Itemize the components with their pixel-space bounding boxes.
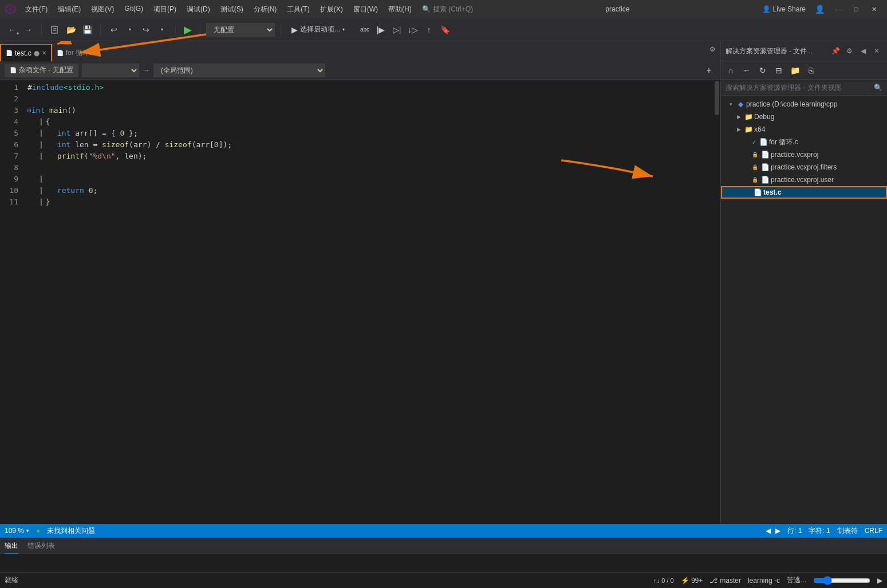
solution-settings-btn[interactable]: ⚙ (843, 45, 855, 57)
new-project-button[interactable] (48, 22, 62, 37)
char-item[interactable]: 字符: 1 (809, 526, 830, 536)
ready-status: 就绪 (5, 575, 18, 585)
debug-btn3[interactable]: ↓▷ (405, 22, 420, 37)
branch-item[interactable]: ⎇ master (709, 577, 741, 585)
open-button[interactable]: 📂 (64, 22, 78, 37)
file-icon-test-c: 📄 (753, 188, 762, 197)
sol-back-btn[interactable]: ← (739, 63, 754, 78)
tab-for-c[interactable]: 📄 for 循环.c (52, 44, 100, 61)
title-bar-left: 文件(F) 编辑(E) 视图(V) Git(G) 项目(P) 调试(D) 测试(… (5, 2, 478, 17)
menu-debug[interactable]: 调试(D) (182, 2, 215, 17)
scrollbar-thumb[interactable] (715, 81, 719, 115)
menu-file[interactable]: 文件(F) (21, 2, 52, 17)
bookmark-btn[interactable]: 🔖 (437, 22, 452, 37)
horizontal-scroll[interactable] (813, 578, 870, 583)
minimize-button[interactable]: — (830, 3, 846, 15)
sol-collapse-btn[interactable]: ⊟ (771, 63, 786, 78)
menu-edit[interactable]: 编辑(E) (53, 2, 85, 17)
line-ending-item[interactable]: CRLF (865, 527, 882, 535)
code-content[interactable]: #include<stdio.h> ⊟int main() |{ |int ar… (23, 80, 713, 524)
sol-home-btn[interactable]: ⌂ (723, 63, 738, 78)
redo-dropdown[interactable]: ▾ (155, 22, 169, 37)
h-scrollbar[interactable] (813, 578, 870, 583)
close-button[interactable]: ✕ (866, 3, 882, 15)
menu-help[interactable]: 帮助(H) (384, 2, 416, 17)
account-button[interactable]: 👤 (813, 2, 827, 17)
debug-btn2[interactable]: ▷| (389, 22, 404, 37)
add-button[interactable]: + (702, 64, 716, 77)
debug-btn1[interactable]: |▶ (373, 22, 388, 37)
lint-item[interactable]: ⚡ 99+ (681, 577, 703, 585)
tree-label-test-c: test.c (763, 188, 781, 196)
user-item[interactable]: 苦逃... (787, 575, 806, 585)
h-scroll-right[interactable]: ▶ (877, 577, 882, 585)
menu-window[interactable]: 窗口(W) (349, 2, 383, 17)
tree-item-practice[interactable]: ▾ ◆ practice (D:\code learning\cpp (721, 98, 887, 111)
close-panel-btn[interactable]: ✕ (871, 45, 882, 57)
redo-button[interactable]: ↪ (139, 22, 153, 37)
tab-output[interactable]: 输出 (5, 539, 18, 554)
svg-rect-0 (52, 26, 57, 33)
tab-settings-button[interactable]: ⚙ (707, 44, 718, 55)
expand-icon-practice[interactable]: ▾ (727, 101, 735, 107)
menu-git[interactable]: Git(G) (120, 2, 148, 17)
scope-dropdown-right[interactable]: (全局范围) (153, 64, 325, 77)
sol-copy-btn[interactable]: ⎘ (803, 63, 818, 78)
scope-arrow: → (143, 66, 150, 74)
sol-folder-btn[interactable]: 📁 (787, 63, 802, 78)
zoom-item[interactable]: 109 % ▾ (5, 527, 29, 535)
forward-button[interactable]: → (21, 22, 36, 37)
undo-dropdown[interactable]: ▾ (123, 22, 137, 37)
status-icon-item[interactable]: ● (36, 527, 40, 535)
maximize-button[interactable]: □ (848, 3, 864, 15)
solution-arrow-left[interactable]: ◀ (857, 45, 869, 57)
menu-analyze[interactable]: 分析(N) (249, 2, 282, 17)
solution-icon: ◆ (736, 100, 745, 109)
expand-icon-debug[interactable]: ▶ (735, 114, 743, 120)
back-button[interactable]: ← ▾ (5, 22, 19, 37)
config-select[interactable]: 无配置 (206, 23, 275, 37)
menu-tools[interactable]: 工具(T) (282, 2, 314, 17)
scope-dropdown-left[interactable]: main() (82, 64, 139, 77)
extension-name: learning -c (748, 577, 780, 585)
pin-button[interactable]: 📌 (830, 45, 841, 57)
menu-extensions[interactable]: 扩展(X) (316, 2, 348, 17)
tree-item-debug[interactable]: ▶ 📁 Debug (721, 111, 887, 123)
git-arrows-item[interactable]: ↑↓ 0 / 0 (653, 577, 673, 584)
tree-item-x64[interactable]: ▶ 📁 x64 (721, 123, 887, 136)
solution-search-input[interactable] (726, 84, 872, 92)
menu-project[interactable]: 项目(P) (149, 2, 181, 17)
menu-view[interactable]: 视图(V) (86, 2, 119, 17)
code-line-7: |printf("%d\n", len); (27, 151, 709, 162)
expand-icon-x64[interactable]: ▶ (735, 127, 743, 132)
tree-item-vcxproj[interactable]: 🔒 📄 practice.vcxproj (721, 148, 887, 161)
vertical-scrollbar[interactable] (713, 80, 720, 524)
run-button[interactable]: ▶ (182, 23, 194, 36)
menu-search[interactable]: 🔍 搜索 (Ctrl+Q) (417, 2, 478, 17)
code-line-6: |int len = sizeof(arr) / sizeof(arr[0]); (27, 139, 709, 151)
save-button[interactable]: 💾 (80, 22, 94, 37)
tab-close-btn[interactable]: ✕ (42, 50, 46, 56)
title-bar: 文件(F) 编辑(E) 视图(V) Git(G) 项目(P) 调试(D) 测试(… (0, 0, 887, 18)
file-label-btn[interactable]: 📄 杂项文件 - 无配置 (5, 64, 78, 77)
sol-refresh-btn[interactable]: ↻ (755, 63, 770, 78)
tree-item-user[interactable]: 🔒 📄 practice.vcxproj.user (721, 173, 887, 186)
lock-badge-vcx: 🔒 (752, 152, 758, 157)
tab-test-c[interactable]: 📄 test.c ⬤ ✕ (0, 44, 52, 61)
tree-item-filters[interactable]: 🔒 📄 practice.vcxproj.filters (721, 161, 887, 173)
zoom-dropdown: ▾ (26, 528, 29, 534)
undo-button[interactable]: ↩ (107, 22, 121, 37)
startup-select-btn[interactable]: ▶ 选择启动项... ▾ (287, 22, 349, 37)
tree-item-for-c[interactable]: ✓ 📄 for 循环.c (721, 136, 887, 148)
status-text-item[interactable]: 未找到相关问题 (47, 526, 95, 536)
encoding-item[interactable]: 制表符 (837, 526, 858, 536)
tree-item-test-c[interactable]: 📄 test.c (721, 186, 887, 199)
editor-panel: 📄 test.c ⬤ ✕ 📄 for 循环.c ⚙ 📄 杂项文件 - 无配置 m… (0, 41, 721, 524)
line-item[interactable]: 行: 1 (787, 526, 802, 536)
abc-btn[interactable]: abc (357, 22, 372, 37)
tab-errors[interactable]: 错误列表 (27, 539, 55, 553)
live-share-button[interactable]: 👤 Live Share (758, 4, 810, 14)
debug-btn4[interactable]: ↑ (421, 22, 436, 37)
menu-test[interactable]: 测试(S) (216, 2, 248, 17)
extension-item[interactable]: learning -c (748, 577, 780, 585)
